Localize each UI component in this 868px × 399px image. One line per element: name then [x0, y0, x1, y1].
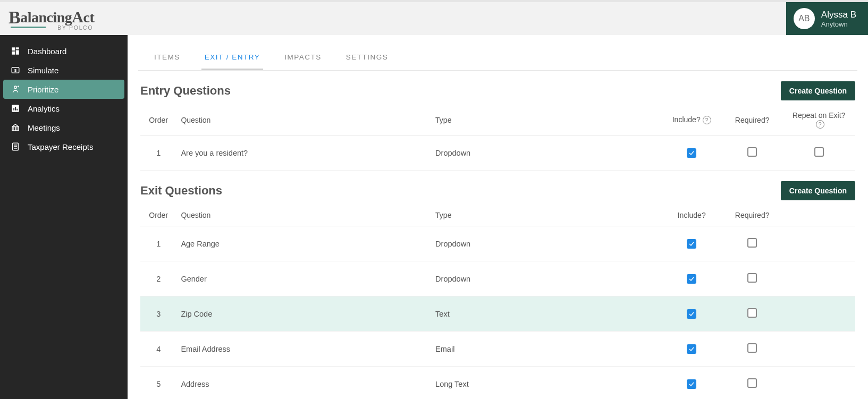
- cell-type: Text: [431, 296, 661, 332]
- analytics-icon: [11, 104, 20, 113]
- help-icon[interactable]: ?: [816, 120, 824, 129]
- required-checkbox[interactable]: [747, 343, 757, 353]
- col-question: Question: [176, 105, 431, 135]
- col-order: Order: [140, 205, 176, 226]
- receipts-icon: [11, 142, 20, 151]
- include-checkbox[interactable]: [687, 379, 696, 389]
- sidebar-item-dashboard[interactable]: Dashboard: [0, 41, 128, 61]
- cell-question: Age Range: [176, 226, 431, 261]
- cell-type: Dropdown: [431, 261, 661, 296]
- include-checkbox[interactable]: [687, 344, 696, 354]
- cell-order: 2: [140, 261, 176, 296]
- col-include: Include??: [661, 105, 722, 135]
- sidebar-item-label: Dashboard: [28, 47, 66, 56]
- sidebar-item-label: Meetings: [28, 123, 60, 132]
- cell-order: 5: [140, 367, 176, 399]
- user-org: Anytown: [821, 20, 856, 28]
- table-row[interactable]: 1Age RangeDropdown: [140, 226, 855, 261]
- col-order: Order: [140, 105, 176, 135]
- required-checkbox[interactable]: [747, 378, 757, 388]
- svg-rect-13: [13, 127, 14, 131]
- col-required: Required?: [722, 105, 782, 135]
- exit-table: Order Question Type Include? Required? 1…: [140, 205, 855, 399]
- prioritize-icon: [11, 84, 20, 94]
- cell-question: Gender: [176, 261, 431, 296]
- entry-questions-section: Entry Questions Create Question Order Qu…: [128, 71, 868, 171]
- include-checkbox[interactable]: [687, 309, 696, 319]
- dashboard-icon: [11, 46, 20, 56]
- svg-rect-10: [15, 107, 16, 111]
- sidebar-item-prioritize[interactable]: Prioritize: [3, 80, 124, 99]
- tab-bar: ITEMSEXIT / ENTRYIMPACTSSETTINGS: [138, 46, 857, 71]
- sidebar: Dashboard$SimulatePrioritizeAnalyticsMee…: [0, 35, 128, 399]
- svg-text:$: $: [14, 68, 17, 73]
- cell-order: 4: [140, 332, 176, 367]
- svg-rect-1: [16, 47, 19, 49]
- required-checkbox[interactable]: [747, 308, 757, 318]
- logo-text: BalancingAct: [9, 6, 94, 27]
- cell-question: Email Address: [176, 332, 431, 367]
- col-type: Type: [431, 205, 661, 226]
- tab-exit-entry[interactable]: EXIT / ENTRY: [201, 46, 264, 70]
- svg-rect-11: [16, 109, 18, 111]
- repeat-checkbox[interactable]: [814, 147, 824, 157]
- sidebar-item-label: Taxpayer Receipts: [28, 142, 93, 151]
- main-content: ITEMSEXIT / ENTRYIMPACTSSETTINGS Entry Q…: [128, 35, 868, 399]
- tab-impacts[interactable]: IMPACTS: [281, 46, 325, 70]
- required-checkbox[interactable]: [747, 147, 757, 157]
- table-row[interactable]: 5AddressLong Text: [140, 367, 855, 399]
- cell-question: Address: [176, 367, 431, 399]
- required-checkbox[interactable]: [747, 273, 757, 283]
- sidebar-item-label: Analytics: [28, 104, 60, 113]
- sidebar-item-simulate[interactable]: $Simulate: [0, 61, 128, 80]
- col-type: Type: [431, 105, 661, 135]
- table-row[interactable]: 2GenderDropdown: [140, 261, 855, 296]
- table-row[interactable]: 1Are you a resident?Dropdown: [140, 135, 855, 171]
- topbar: BalancingAct BY POLCO AB Alyssa B Anytow…: [0, 0, 868, 35]
- cell-type: Dropdown: [431, 135, 661, 171]
- create-entry-question-button[interactable]: Create Question: [781, 81, 855, 100]
- sidebar-item-analytics[interactable]: Analytics: [0, 99, 128, 118]
- tab-items[interactable]: ITEMS: [151, 46, 183, 70]
- svg-rect-2: [16, 50, 19, 55]
- avatar: AB: [794, 8, 815, 29]
- svg-rect-3: [12, 52, 15, 55]
- svg-rect-9: [13, 108, 14, 111]
- logo-subtext: BY POLCO: [9, 25, 94, 31]
- required-checkbox[interactable]: [747, 238, 757, 248]
- cell-order: 3: [140, 296, 176, 332]
- svg-rect-14: [15, 127, 16, 131]
- sidebar-item-meetings[interactable]: Meetings: [0, 118, 128, 137]
- col-repeat: Repeat on Exit? ?: [782, 105, 855, 135]
- table-row[interactable]: 4Email AddressEmail: [140, 332, 855, 367]
- svg-point-6: [14, 86, 17, 89]
- user-menu[interactable]: AB Alyssa B Anytown: [786, 2, 868, 35]
- sidebar-item-taxpayer-receipts[interactable]: Taxpayer Receipts: [0, 137, 128, 156]
- sidebar-item-label: Simulate: [28, 66, 58, 75]
- create-exit-question-button[interactable]: Create Question: [781, 181, 855, 200]
- col-question: Question: [176, 205, 431, 226]
- svg-rect-0: [12, 47, 15, 50]
- sidebar-item-label: Prioritize: [28, 85, 58, 94]
- svg-point-7: [18, 86, 19, 87]
- help-icon[interactable]: ?: [703, 116, 711, 124]
- include-checkbox[interactable]: [687, 239, 696, 249]
- exit-title: Exit Questions: [140, 184, 222, 198]
- cell-question: Are you a resident?: [176, 135, 431, 171]
- cell-question: Zip Code: [176, 296, 431, 332]
- logo[interactable]: BalancingAct BY POLCO: [9, 6, 94, 31]
- table-row[interactable]: 3Zip CodeText: [140, 296, 855, 332]
- exit-questions-section: Exit Questions Create Question Order Que…: [128, 171, 868, 399]
- simulate-icon: $: [11, 65, 20, 75]
- svg-rect-15: [16, 127, 18, 131]
- cell-type: Email: [431, 332, 661, 367]
- col-include: Include?: [661, 205, 722, 226]
- cell-order: 1: [140, 226, 176, 261]
- user-name: Alyssa B: [821, 10, 856, 20]
- cell-type: Long Text: [431, 367, 661, 399]
- tab-settings[interactable]: SETTINGS: [343, 46, 392, 70]
- entry-title: Entry Questions: [140, 84, 231, 98]
- entry-table: Order Question Type Include?? Required? …: [140, 105, 855, 171]
- include-checkbox[interactable]: [687, 274, 696, 284]
- include-checkbox[interactable]: [687, 148, 696, 158]
